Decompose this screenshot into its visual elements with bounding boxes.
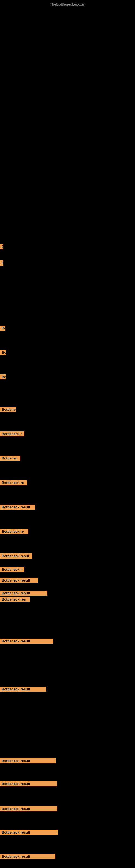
bottleneck-partial-label: Bottleneck resul [0,553,32,558]
bottleneck-partial-label: Bottleneck r [0,431,24,436]
bottleneck-partial-label: Bo [0,350,6,355]
site-title: TheBottlenecker.com [0,0,135,8]
bottleneck-partial-label: Bottleneck r [0,567,24,572]
bottleneck-tiny-label: B [0,244,3,249]
bottleneck-result-label: Bottleneck result [0,854,55,859]
bottleneck-partial-label: Bottlene [0,407,16,412]
bottleneck-result-label: Bottleneck result [0,590,47,596]
bottleneck-partial-label: Bottleneck re [0,529,28,534]
bottleneck-partial-label: Bottleneck result [0,504,35,510]
bottleneck-partial-label: Bottlenec [0,456,20,461]
bottleneck-result-label: Bottleneck result [0,686,46,692]
bottleneck-partial-label: Bottleneck re [0,480,27,485]
bottleneck-partial-label: Bo [0,326,5,331]
bottleneck-result-label: Bottleneck result [0,781,57,786]
bottleneck-tiny-label: B [0,260,3,266]
bottleneck-result-label: Bottleneck result [0,639,53,644]
bottleneck-partial-label: Bo [0,374,6,379]
bottleneck-result-label: Bottleneck result [0,830,58,835]
bottleneck-result-label: Bottleneck result [0,806,57,811]
bottleneck-partial-label: Bottleneck res [0,597,30,602]
bottleneck-partial-label: Bottleneck result [0,578,38,583]
bottleneck-result-label: Bottleneck result [0,758,56,763]
